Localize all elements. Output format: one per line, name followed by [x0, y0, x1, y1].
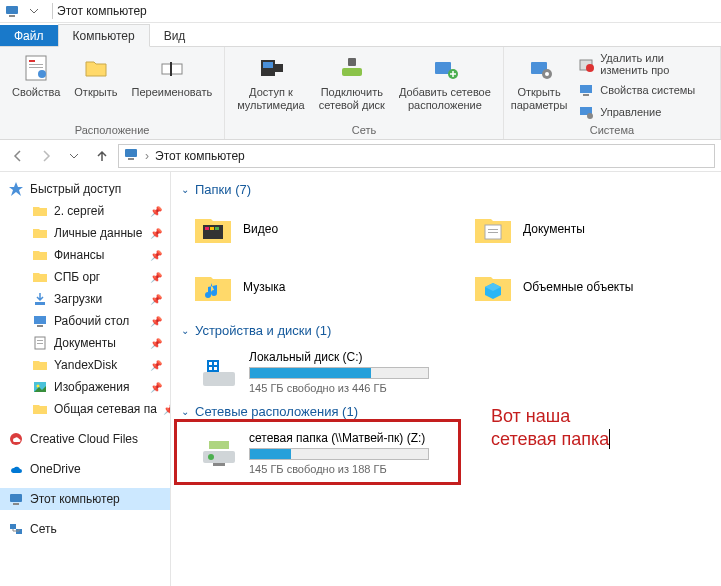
group-label-location: Расположение	[6, 122, 218, 139]
pin-icon: 📌	[150, 228, 170, 239]
open-label: Открыть	[74, 86, 117, 99]
drive-free-text: 145 ГБ свободно из 188 ГБ	[249, 463, 457, 475]
sidebar-item[interactable]: Общая сетевая па📌	[0, 398, 170, 420]
pin-icon: 📌	[150, 250, 170, 261]
rename-label: Переименовать	[132, 86, 213, 99]
map-drive-label: Подключить сетевой диск	[319, 86, 385, 112]
pin-icon: 📌	[150, 206, 170, 217]
folder-3d[interactable]: Объемные объекты	[473, 261, 721, 313]
sidebar-quick-access[interactable]: Быстрый доступ	[0, 178, 170, 200]
nav-tree: Быстрый доступ 2. сергей📌 Личные данные📌…	[0, 172, 171, 586]
map-drive-button[interactable]: Подключить сетевой диск	[313, 49, 391, 122]
documents-icon	[473, 209, 513, 249]
nav-forward[interactable]	[34, 144, 58, 168]
svg-rect-48	[207, 360, 219, 372]
quick-access-label: Быстрый доступ	[30, 182, 121, 196]
nav-recent[interactable]	[62, 144, 86, 168]
sidebar-network[interactable]: Сеть	[0, 518, 170, 540]
sidebar-item-documents[interactable]: Документы📌	[0, 332, 170, 354]
svg-rect-4	[29, 64, 43, 65]
download-icon	[32, 291, 48, 307]
sysprops-button[interactable]: Свойства системы	[574, 80, 710, 100]
nav-bar: › Этот компьютер	[0, 140, 721, 172]
network-icon	[8, 521, 24, 537]
folder-documents[interactable]: Документы	[473, 203, 721, 255]
folder-icon	[32, 401, 48, 417]
section-drives[interactable]: ⌄ Устройства и диски (1)	[181, 323, 711, 338]
sidebar-item[interactable]: 2. сергей📌	[0, 200, 170, 222]
cloud-icon	[8, 431, 24, 447]
svg-point-6	[38, 70, 46, 78]
svg-rect-50	[214, 362, 217, 365]
sidebar-item[interactable]: YandexDisk📌	[0, 354, 170, 376]
svg-rect-3	[29, 60, 35, 62]
disk-icon	[199, 352, 239, 392]
folder-icon	[32, 357, 48, 373]
ribbon-tabs: Файл Компьютер Вид	[0, 23, 721, 47]
svg-point-18	[545, 72, 549, 76]
svg-point-24	[587, 113, 593, 119]
sidebar-item-downloads[interactable]: Загрузки📌	[0, 288, 170, 310]
chevron-right-icon[interactable]: ›	[145, 149, 149, 163]
manage-label: Управление	[600, 106, 661, 118]
properties-button[interactable]: Свойства	[6, 49, 66, 122]
sidebar-thispc[interactable]: Этот компьютер	[0, 488, 170, 510]
main-content: ⌄ Папки (7) Видео Документы Музыка Объем…	[171, 172, 721, 586]
svg-rect-29	[37, 325, 43, 327]
rename-icon	[156, 52, 188, 84]
svg-rect-21	[580, 85, 592, 93]
section-netloc[interactable]: ⌄ Сетевые расположения (1)	[181, 404, 711, 419]
add-netloc-button[interactable]: Добавить сетевое расположение	[393, 49, 497, 122]
manage-button[interactable]: Управление	[574, 102, 710, 122]
tab-computer[interactable]: Компьютер	[58, 24, 150, 47]
add-netloc-label: Добавить сетевое расположение	[399, 86, 491, 112]
sidebar-item-desktop[interactable]: Рабочий стол📌	[0, 310, 170, 332]
folder-music[interactable]: Музыка	[193, 261, 443, 313]
media-label: Доступ к мультимедиа	[237, 86, 305, 112]
properties-label: Свойства	[12, 86, 60, 99]
tab-file[interactable]: Файл	[0, 25, 58, 46]
sidebar-ccf[interactable]: Creative Cloud Files	[0, 428, 170, 450]
text-cursor	[609, 429, 610, 449]
section-folders[interactable]: ⌄ Папки (7)	[181, 182, 711, 197]
add-netloc-icon	[429, 52, 461, 84]
svg-point-54	[208, 454, 214, 460]
media-access-button[interactable]: Доступ к мультимедиа	[231, 49, 311, 122]
desktop-icon	[32, 313, 48, 329]
manage-icon	[578, 104, 594, 120]
nav-back[interactable]	[6, 144, 30, 168]
sidebar-item[interactable]: Финансы📌	[0, 244, 170, 266]
svg-rect-47	[203, 372, 235, 386]
address-bar[interactable]: › Этот компьютер	[118, 144, 715, 168]
svg-rect-26	[128, 158, 134, 160]
nav-up[interactable]	[90, 144, 114, 168]
pin-icon: 📌	[150, 272, 170, 283]
drive-name: Локальный диск (C:)	[249, 350, 457, 364]
folder-videos[interactable]: Видео	[193, 203, 443, 255]
uninstall-button[interactable]: Удалить или изменить про	[574, 50, 710, 78]
svg-rect-55	[213, 463, 225, 466]
videos-icon	[193, 209, 233, 249]
tab-view[interactable]: Вид	[150, 25, 200, 46]
open-button[interactable]: Открыть	[68, 49, 123, 122]
drive-local-c[interactable]: Локальный диск (C:) 145 ГБ свободно из 4…	[193, 344, 463, 400]
sidebar-item[interactable]: СПБ орг📌	[0, 266, 170, 288]
breadcrumb-thispc[interactable]: Этот компьютер	[155, 149, 245, 163]
drive-network-z[interactable]: сетевая папка (\\Матвей-пк) (Z:) 145 ГБ …	[193, 425, 463, 481]
sidebar-onedrive[interactable]: OneDrive	[0, 458, 170, 480]
svg-point-20	[586, 64, 594, 72]
svg-rect-45	[488, 229, 498, 230]
folder-music-label: Музыка	[243, 280, 285, 294]
sidebar-item-pictures[interactable]: Изображения📌	[0, 376, 170, 398]
svg-rect-49	[209, 362, 212, 365]
rename-button[interactable]: Переименовать	[126, 49, 219, 122]
dropdown-icon[interactable]	[26, 3, 42, 19]
open-settings-button[interactable]: Открыть параметры	[510, 49, 568, 122]
sidebar-item[interactable]: Личные данные📌	[0, 222, 170, 244]
folder-icon	[32, 247, 48, 263]
chevron-down-icon: ⌄	[181, 325, 189, 336]
svg-rect-51	[209, 367, 212, 370]
pin-icon: 📌	[150, 360, 170, 371]
pc-icon	[4, 3, 20, 19]
svg-rect-12	[342, 68, 362, 76]
